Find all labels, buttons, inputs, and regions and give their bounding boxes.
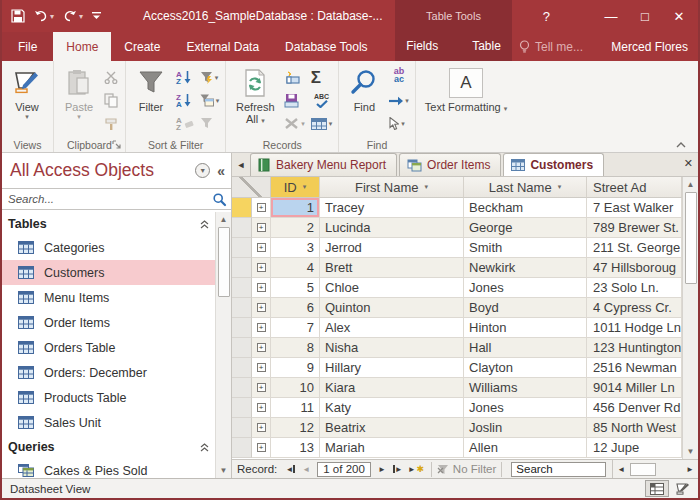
customize-qat-button[interactable] — [92, 11, 101, 21]
cell-last-name[interactable]: Beckham — [464, 198, 587, 218]
cell-first-name[interactable]: Beatrix — [320, 418, 464, 438]
undo-button[interactable]: ▾ — [34, 10, 54, 22]
no-filter-button[interactable]: No Filter — [437, 463, 496, 475]
cell-last-name[interactable]: George — [464, 218, 587, 238]
replace-button[interactable]: ab ac — [387, 67, 411, 88]
cell-id[interactable]: 1 — [271, 198, 320, 218]
scroll-down-icon[interactable]: ▼ — [216, 463, 231, 478]
cell-id[interactable]: 4 — [271, 258, 320, 278]
cell-street-address[interactable]: 47 Hillsboroug — [587, 258, 682, 278]
filter-button[interactable]: Filter — [130, 64, 172, 136]
cell-id[interactable]: 5 — [271, 278, 320, 298]
datasheet-scrollbar-thumb[interactable] — [685, 192, 697, 284]
cell-first-name[interactable]: Lucinda — [320, 218, 464, 238]
nav-item-products-table[interactable]: Products Table — [2, 385, 215, 410]
next-record-button[interactable]: ► — [374, 465, 390, 474]
cell-street-address[interactable]: 789 Brewer St. — [587, 218, 682, 238]
redo-button[interactable]: ▾ — [63, 10, 83, 22]
cell-first-name[interactable]: Nisha — [320, 338, 464, 358]
copy-button[interactable] — [102, 90, 121, 111]
nav-item-customers[interactable]: Customers — [2, 260, 215, 285]
cell-id[interactable]: 12 — [271, 418, 320, 438]
record-selector[interactable] — [232, 218, 252, 238]
undo-dropdown-icon[interactable]: ▾ — [50, 12, 54, 21]
scroll-left-icon[interactable]: ◄ — [613, 465, 629, 474]
more-button[interactable]: ▾ — [309, 113, 335, 134]
totals-button[interactable]: Σ — [309, 67, 335, 88]
delete-record-button[interactable]: ▾ — [282, 113, 307, 134]
nav-item-sales-unit[interactable]: Sales Unit — [2, 410, 215, 435]
tab-fields[interactable]: Fields — [393, 31, 451, 61]
column-header-last-name[interactable]: Last Name▾ — [464, 177, 587, 198]
last-record-button[interactable]: ► — [390, 465, 406, 474]
select-button[interactable]: ▾ — [387, 113, 411, 134]
cell-street-address[interactable]: 12 Jupe — [587, 438, 682, 458]
record-search-input[interactable] — [511, 462, 606, 477]
design-view-button[interactable] — [671, 480, 695, 497]
cell-id[interactable]: 6 — [271, 298, 320, 318]
save-button[interactable] — [11, 9, 25, 23]
tab-file[interactable]: File — [2, 32, 53, 61]
expand-cell[interactable]: + — [252, 378, 271, 398]
advanced-filter-button[interactable]: ▾ — [198, 90, 222, 111]
expand-cell[interactable]: + — [252, 418, 271, 438]
expand-cell[interactable]: + — [252, 338, 271, 358]
column-header-street-address[interactable]: Street Ad — [587, 177, 682, 198]
new-record-nav-button[interactable]: ►✱ — [406, 464, 426, 474]
record-position-box[interactable]: 1 of 200 — [317, 462, 371, 477]
record-selector[interactable] — [232, 338, 252, 358]
record-selector[interactable] — [232, 438, 252, 458]
cell-id[interactable]: 8 — [271, 338, 320, 358]
doc-tab-customers[interactable]: Customers — [503, 153, 604, 176]
horizontal-scrollbar[interactable]: ◄ ► — [612, 460, 698, 478]
sort-descending-button[interactable]: ZA — [174, 90, 196, 111]
cell-first-name[interactable]: Mariah — [320, 438, 464, 458]
toggle-filter-button[interactable] — [198, 113, 222, 134]
column-header-first-name[interactable]: First Name▾ — [320, 177, 464, 198]
new-record-button[interactable] — [282, 67, 307, 88]
expand-cell[interactable]: + — [252, 258, 271, 278]
selection-filter-button[interactable]: ▾ — [198, 67, 222, 88]
cell-last-name[interactable]: Boyd — [464, 298, 587, 318]
expand-cell[interactable]: + — [252, 298, 271, 318]
cell-id[interactable]: 10 — [271, 378, 320, 398]
datasheet-vertical-scrollbar[interactable]: ▲ ▼ — [682, 177, 698, 459]
cell-id[interactable]: 9 — [271, 358, 320, 378]
expand-cell[interactable]: + — [252, 218, 271, 238]
remove-sort-button[interactable]: AZ — [174, 113, 196, 134]
datasheet-view-button[interactable] — [645, 480, 669, 497]
record-selector[interactable] — [232, 398, 252, 418]
nav-item-order-items[interactable]: Order Items — [2, 310, 215, 335]
close-document-icon[interactable]: ✕ — [684, 157, 693, 170]
cell-last-name[interactable]: Smith — [464, 238, 587, 258]
record-selector[interactable] — [232, 318, 252, 338]
cell-first-name[interactable]: Kiara — [320, 378, 464, 398]
user-name[interactable]: Merced Flores — [611, 32, 688, 61]
help-button[interactable]: ? — [543, 0, 550, 32]
scroll-up-icon[interactable]: ▲ — [683, 177, 698, 192]
expand-cell[interactable]: + — [252, 198, 271, 218]
cell-id[interactable]: 13 — [271, 438, 320, 458]
cell-last-name[interactable]: Hinton — [464, 318, 587, 338]
cell-street-address[interactable]: 1011 Hodge Ln — [587, 318, 682, 338]
tab-database-tools[interactable]: Database Tools — [272, 32, 381, 61]
tab-scroll-left-button[interactable]: ◄ — [232, 153, 250, 176]
record-selector[interactable] — [232, 298, 252, 318]
cell-last-name[interactable]: Newkirk — [464, 258, 587, 278]
paste-button[interactable]: Paste ▾ — [58, 64, 100, 136]
cell-last-name[interactable]: Hall — [464, 338, 587, 358]
nav-section-header[interactable]: Queries — [2, 435, 215, 458]
search-icon[interactable] — [212, 192, 227, 207]
goto-button[interactable]: ▾ — [387, 90, 411, 111]
scroll-right-icon[interactable]: ► — [682, 465, 698, 474]
record-selector[interactable] — [232, 198, 252, 218]
cell-last-name[interactable]: Clayton — [464, 358, 587, 378]
cell-last-name[interactable]: Williams — [464, 378, 587, 398]
cell-street-address[interactable]: 85 North West — [587, 418, 682, 438]
doc-tab-bakery-menu-report[interactable]: Bakery Menu Report — [250, 153, 397, 176]
nav-item-orders-table[interactable]: Orders Table — [2, 335, 215, 360]
tab-external-data[interactable]: External Data — [173, 32, 272, 61]
tab-create[interactable]: Create — [111, 32, 173, 61]
collapse-section-icon[interactable] — [200, 220, 209, 229]
cell-street-address[interactable]: 7 East Walker — [587, 198, 682, 218]
